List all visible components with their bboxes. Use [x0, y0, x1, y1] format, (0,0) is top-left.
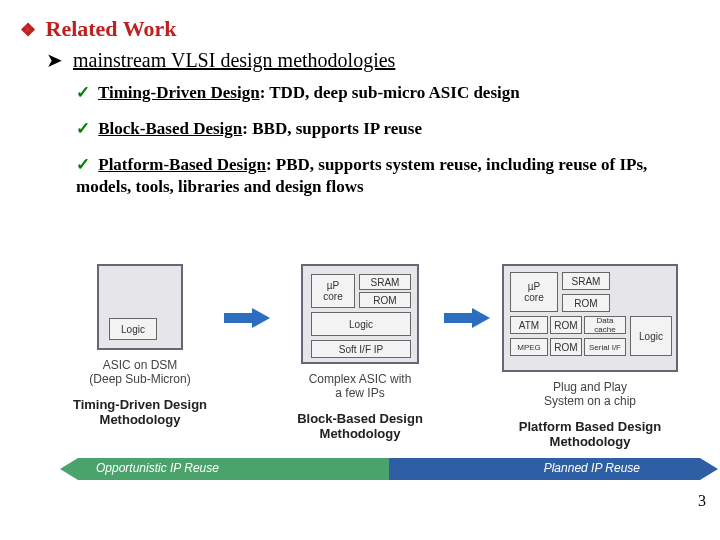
diagram-figure: Logic ASIC on DSM (Deep Sub-Micron) Timi… [10, 260, 710, 480]
methodology-title: Timing-Driven Design Methodology [60, 397, 220, 428]
check-icon: ✓ [76, 154, 94, 176]
arrow-bullet-icon: ➤ [46, 48, 68, 72]
caption-line: Platform Based Design [519, 419, 661, 434]
block-rom: ROM [550, 338, 582, 356]
caption-line: System on a chip [544, 394, 636, 408]
block-mpeg: MPEG [510, 338, 548, 356]
bullet-emph: Platform-Based Design [98, 155, 266, 174]
diamond-bullet-icon: ❖ [20, 19, 40, 41]
block-sram: SRAM [359, 274, 411, 290]
block-logic: Logic [630, 316, 672, 356]
arrow-right-icon [224, 308, 270, 328]
caption-line: Methodology [100, 412, 181, 427]
methodology-title: Platform Based Design Methodology [490, 419, 690, 450]
diagram-col-tdd: Logic ASIC on DSM (Deep Sub-Micron) Timi… [60, 264, 220, 428]
block-rom: ROM [550, 316, 582, 334]
bullet-pbd: ✓ Platform-Based Design: PBD, supports s… [76, 154, 700, 198]
block-atm: ATM [510, 316, 548, 334]
arrow-right-icon [444, 308, 490, 328]
block-soft-ip: Soft I/F IP [311, 340, 411, 358]
caption-line: Methodology [320, 426, 401, 441]
caption-line: Block-Based Design [297, 411, 423, 426]
block-serial-if: Serial I/F [584, 338, 626, 356]
caption-line: a few IPs [335, 386, 384, 400]
caption-line: Plug and Play [553, 380, 627, 394]
chip-asic-dsm: Logic [97, 264, 183, 350]
diagram-col-pbd: µP core SRAM ROM ATM ROM Data cache MPEG… [490, 264, 690, 450]
diagram-col-bbd: µP core SRAM ROM Logic Soft I/F IP Compl… [280, 264, 440, 442]
check-icon: ✓ [76, 82, 94, 104]
caption-line: (Deep Sub-Micron) [89, 372, 190, 386]
reuse-spectrum-bar: Opportunistic IP Reuse Planned IP Reuse [78, 458, 700, 480]
bullet-emph: Block-Based Design [98, 119, 242, 138]
chip-caption: Complex ASIC with a few IPs [280, 372, 440, 401]
block-rom: ROM [359, 292, 411, 308]
reuse-left-label: Opportunistic IP Reuse [96, 461, 219, 475]
bullet-tdd: ✓ Timing-Driven Design: TDD, deep sub-mi… [76, 82, 700, 104]
subtitle-text: mainstream VLSI design methodologies [73, 49, 395, 71]
section-title: ❖ Related Work [20, 16, 700, 42]
block-logic: Logic [311, 312, 411, 336]
block-sram: SRAM [562, 272, 610, 290]
reuse-right-label: Planned IP Reuse [544, 461, 640, 475]
block-data-cache: Data cache [584, 316, 626, 334]
caption-line: Timing-Driven Design [73, 397, 207, 412]
bullet-emph: Timing-Driven Design [98, 83, 260, 102]
block-up-core: µP core [510, 272, 558, 312]
block-logic: Logic [109, 318, 157, 340]
check-icon: ✓ [76, 118, 94, 140]
caption-line: Methodology [550, 434, 631, 449]
block-rom: ROM [562, 294, 610, 312]
slide-content: ❖ Related Work ➤ mainstream VLSI design … [0, 0, 720, 198]
chip-complex-asic: µP core SRAM ROM Logic Soft I/F IP [301, 264, 419, 364]
chip-caption: ASIC on DSM (Deep Sub-Micron) [60, 358, 220, 387]
chip-soc: µP core SRAM ROM ATM ROM Data cache MPEG… [502, 264, 678, 372]
bullet-rest: : TDD, deep sub-micro ASIC design [260, 83, 520, 102]
caption-line: ASIC on DSM [103, 358, 178, 372]
methodology-title: Block-Based Design Methodology [280, 411, 440, 442]
bullet-rest: : BBD, supports IP reuse [242, 119, 422, 138]
title-text: Related Work [46, 16, 177, 41]
bullet-bbd: ✓ Block-Based Design: BBD, supports IP r… [76, 118, 700, 140]
caption-line: Complex ASIC with [309, 372, 412, 386]
subtitle: ➤ mainstream VLSI design methodologies [46, 48, 700, 72]
block-up-core: µP core [311, 274, 355, 308]
page-number: 3 [698, 492, 706, 510]
chip-caption: Plug and Play System on a chip [490, 380, 690, 409]
